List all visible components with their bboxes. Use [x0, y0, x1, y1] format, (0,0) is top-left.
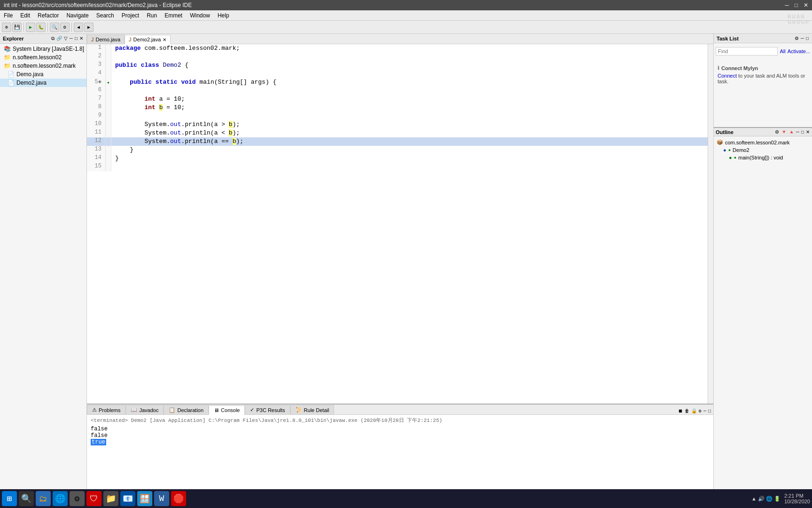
taskbar-settings[interactable]: ⚙ — [70, 491, 85, 506]
outline-header: Outline ⚙ 🔻 🔺 ─ □ ✕ — [714, 128, 812, 136]
outline-icon3[interactable]: 🔺 — [788, 129, 795, 135]
line-num-7: 7 — [87, 95, 106, 103]
connect-link[interactable]: Connect — [718, 73, 737, 79]
explorer-close-icon[interactable]: ✕ — [79, 35, 84, 42]
line-num-4: 4 — [87, 70, 106, 78]
run-btn[interactable]: ▶ — [26, 23, 35, 32]
tab-demo2java-close[interactable]: ✕ — [163, 37, 166, 42]
find-input[interactable] — [716, 47, 778, 56]
taskbar-files[interactable]: 🗂 — [36, 491, 51, 506]
tree-item-lesson02[interactable]: 📁 n.softeem.lesson02 — [0, 53, 86, 62]
taskbar-word[interactable]: W — [154, 491, 169, 506]
tab-rule[interactable]: 📜 Rule Detail — [290, 405, 335, 414]
close-btn[interactable]: ✕ — [804, 2, 808, 8]
menu-edit[interactable]: Edit — [16, 11, 34, 20]
outline-close[interactable]: ✕ — [805, 129, 810, 135]
outline-min[interactable]: ─ — [796, 129, 800, 135]
console-clear-btn[interactable]: 🗑 — [684, 408, 690, 414]
console-true-highlight: true — [91, 439, 106, 445]
save-btn[interactable]: 💾 — [12, 23, 22, 32]
tab-demojava[interactable]: J Demo.java — [87, 34, 125, 44]
tree-item-library[interactable]: 📚 System Library [JavaSE-1.8] — [0, 45, 86, 53]
line-marker-1 — [106, 44, 111, 53]
system-tray: ▲ 🔊 🌐 🔋 — [751, 496, 781, 502]
console-min-btn[interactable]: ─ — [703, 408, 707, 414]
editor-scrollbar[interactable] — [708, 44, 713, 404]
minimize-btn[interactable]: ─ — [785, 2, 789, 8]
console-output-false2: false — [91, 432, 710, 439]
menu-refactor[interactable]: Refactor — [34, 11, 62, 20]
menu-window[interactable]: Window — [186, 11, 214, 20]
back-btn[interactable]: ◀ — [74, 23, 83, 32]
explorer-menu-icon[interactable]: ▽ — [63, 35, 68, 42]
menu-help[interactable]: Help — [214, 11, 233, 20]
maximize-btn[interactable]: □ — [795, 2, 798, 8]
activate-label[interactable]: Activate... — [788, 48, 810, 54]
task-list-max[interactable]: □ — [805, 35, 809, 41]
menu-run[interactable]: Run — [143, 11, 161, 20]
tree-item-demo2java[interactable]: 📄 Demo2.java — [0, 79, 86, 87]
line-content-8: int b = 10; — [111, 103, 708, 112]
outline-icon2[interactable]: 🔻 — [781, 129, 787, 135]
taskbar-folder[interactable]: 📁 — [103, 491, 118, 506]
new-btn[interactable]: ⊕ — [2, 23, 11, 32]
taskbar-browser[interactable]: 🌐 — [53, 491, 68, 506]
tab-demojava-icon: J — [91, 37, 94, 42]
menu-file[interactable]: File — [0, 11, 16, 20]
demojava-label: Demo.java — [16, 71, 43, 78]
forward-btn[interactable]: ▶ — [84, 23, 94, 32]
file-icon-2: 📄 — [8, 79, 15, 86]
tree-item-lesson02mark[interactable]: 📁 n.softeem.lesson02.mark — [0, 62, 86, 70]
collapse-all-icon[interactable]: ⧉ — [51, 35, 55, 42]
tree-item-demojava[interactable]: 📄 Demo.java — [0, 70, 86, 79]
outline-item-class[interactable]: ● ● Demo2 — [716, 146, 810, 154]
tab-javadoc[interactable]: 📖 Javadoc — [125, 405, 164, 414]
console-max-btn[interactable]: □ — [708, 408, 711, 414]
taskbar-stop[interactable]: 🛑 — [171, 491, 186, 506]
outline-item-package[interactable]: 📦 com.softeem.lesson02.mark — [716, 138, 810, 146]
outline-max[interactable]: □ — [801, 129, 804, 135]
console-settings-btn[interactable]: ⚙ — [698, 408, 702, 414]
explorer-min-icon[interactable]: ─ — [69, 35, 73, 42]
taskbar-email[interactable]: 📧 — [120, 491, 135, 506]
link-with-editor-icon[interactable]: 🔗 — [56, 35, 62, 42]
rule-icon: 📜 — [296, 407, 302, 413]
console-terminate-btn[interactable]: ⏹ — [678, 408, 683, 414]
taskbar: ⊞ 🔍 🗂 🌐 ⚙ 🛡 📁 📧 🪟 W 🛑 ▲ 🔊 🌐 🔋 2:21 PM10/… — [0, 489, 812, 508]
task-list-icon1[interactable]: ⚙ — [794, 35, 799, 41]
task-list-title: Task List — [717, 36, 739, 41]
menu-search[interactable]: Search — [93, 11, 118, 20]
tab-problems[interactable]: ⚠ Problems — [87, 405, 125, 414]
line-num-11: 11 — [87, 129, 106, 137]
code-editor[interactable]: 1 package com.softeem.lesson02.mark; 2 3 — [87, 44, 708, 404]
tab-console[interactable]: 🖥 Console — [209, 405, 245, 415]
code-line-5: 5◆ ● public static void main(String[] ar… — [87, 78, 708, 87]
line-num-5: 5◆ — [87, 78, 106, 87]
start-btn[interactable]: ⊞ — [2, 491, 17, 506]
settings-btn[interactable]: ⚙ — [60, 23, 70, 32]
clock: 2:21 PM10/28/2020 — [784, 493, 810, 504]
outline-item-method[interactable]: ● ● main(String[]) : void — [716, 154, 810, 161]
code-line-15: 15 — [87, 163, 708, 171]
line-num-12: 12 — [87, 137, 106, 146]
search-toolbar-btn[interactable]: 🔍 — [50, 23, 59, 32]
line-content-1: package com.softeem.lesson02.mark; — [111, 44, 708, 53]
tab-declaration[interactable]: 📋 Declaration — [164, 405, 209, 414]
tab-p3c[interactable]: ✓ P3C Results — [245, 405, 290, 414]
declaration-icon: 📋 — [169, 407, 175, 413]
menu-navigate[interactable]: Navigate — [62, 11, 92, 20]
taskbar-window[interactable]: 🪟 — [137, 491, 152, 506]
explorer-tree: 📚 System Library [JavaSE-1.8] 📁 n.softee… — [0, 44, 86, 498]
menu-emmet[interactable]: Emmet — [161, 11, 186, 20]
taskbar-search[interactable]: 🔍 — [19, 491, 34, 506]
line-num-3: 3 — [87, 61, 106, 70]
task-list-min[interactable]: ─ — [800, 35, 804, 41]
all-label[interactable]: All — [780, 48, 785, 54]
outline-icon1[interactable]: ⚙ — [774, 129, 780, 135]
explorer-max-icon[interactable]: □ — [74, 35, 78, 42]
debug-btn[interactable]: 🐛 — [36, 23, 46, 32]
console-scroll-lock-btn[interactable]: 🔒 — [691, 408, 697, 414]
taskbar-security[interactable]: 🛡 — [86, 491, 102, 506]
menu-project[interactable]: Project — [118, 11, 143, 20]
tab-demo2java[interactable]: J Demo2.java ✕ — [125, 35, 171, 44]
